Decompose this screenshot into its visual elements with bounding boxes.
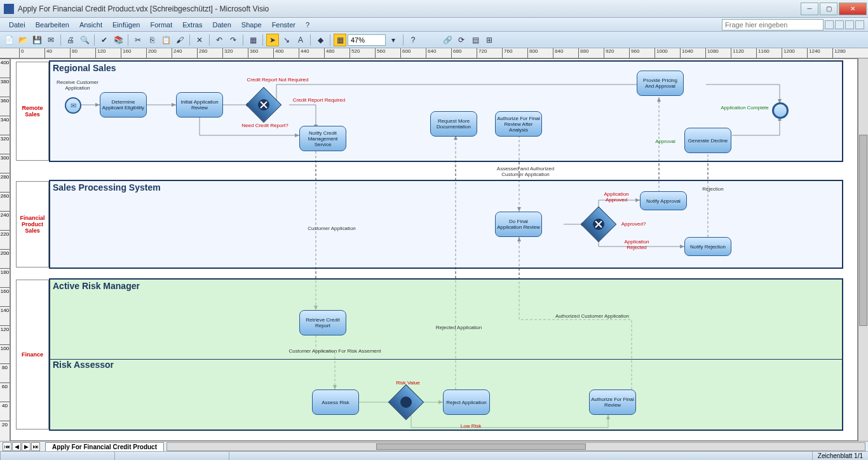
task-authorize-final[interactable]: Authorize For Final Review (589, 389, 636, 415)
lane-divider (50, 359, 842, 360)
cut-icon[interactable]: ✂ (132, 34, 144, 46)
task-notify-approval[interactable]: Notify Approval (640, 191, 687, 210)
pointer-tool-icon[interactable]: ➤ (266, 34, 279, 46)
doc-close-button[interactable] (855, 20, 864, 29)
ruler-tick: 800 (527, 48, 538, 58)
ruler-tick: 240 (0, 211, 10, 218)
menu-einfuegen[interactable]: Einfügen (107, 20, 145, 30)
status-page: Zeichenblatt 1/1 (812, 452, 868, 460)
menu-format[interactable]: Format (145, 20, 177, 30)
doc-restore-button[interactable] (845, 20, 854, 29)
delete-icon[interactable]: ✕ (193, 34, 206, 46)
tab-nav: ⏮ ◀ ▶ ⏭ (0, 442, 43, 451)
help-search-input[interactable] (722, 19, 824, 30)
scrollbar-thumb[interactable] (859, 135, 867, 326)
label-credit-required: Credit Report Required (281, 97, 357, 103)
fill-icon[interactable]: ◆ (314, 34, 327, 46)
tab-first-icon[interactable]: ⏮ (3, 442, 11, 451)
mail-icon[interactable]: ✉ (44, 34, 57, 46)
menu-ansicht[interactable]: Ansicht (74, 20, 107, 30)
label-customer-app: Customer Application (297, 226, 367, 231)
separator (262, 34, 263, 46)
task-provide-pricing[interactable]: Provide Pricing And Approval (637, 71, 684, 96)
shapes-icon[interactable]: ▦ (247, 34, 259, 46)
label-auth-customer-app: Authorized Customer Application (545, 313, 640, 319)
ruler-tick: 140 (0, 306, 10, 313)
doc-minimize-button[interactable] (835, 20, 844, 29)
task-retrieve-credit[interactable]: Retrieve Credit Report (299, 310, 346, 335)
insert-icon[interactable]: ⊞ (483, 34, 496, 46)
toolbar: 📄 📂 💾 ✉ 🖨 🔍 ✔ 📚 ✂ ⎘ 📋 🖌 ✕ ↶ ↷ ▦ ➤ ↘ A ◆ … (0, 32, 868, 48)
scrollbar-thumb[interactable] (376, 443, 585, 450)
label-need-credit: Need Credit Report? (233, 123, 297, 128)
paste-icon[interactable]: 📋 (159, 34, 172, 46)
ruler-tick: 100 (0, 344, 10, 351)
task-generate-decline[interactable]: Generate Decline (684, 128, 731, 153)
save-icon[interactable]: 💾 (31, 34, 43, 46)
pool-label-financial-sales: Financial Product Sales (16, 181, 49, 267)
menu-fenster[interactable]: Fenster (267, 20, 301, 30)
task-determine-eligibility[interactable]: Determine Applicant Eligibility (100, 92, 147, 118)
label-risk-value: Risk Value (389, 380, 427, 386)
title-text: Apply For Financial Credit Product.vdx [… (18, 4, 799, 13)
ruler-tick: 320 (0, 135, 10, 142)
ruler-tick: 120 (95, 48, 105, 58)
menu-help[interactable]: ? (301, 20, 315, 30)
undo-icon[interactable]: ↶ (213, 34, 226, 46)
help-dropdown-button[interactable] (825, 20, 834, 29)
redo-icon[interactable]: ↷ (227, 34, 240, 46)
status-cell (0, 452, 114, 460)
zoom-dropdown-icon[interactable]: ▾ (387, 34, 400, 46)
data-link-icon[interactable]: 🔗 (441, 34, 454, 46)
menubar: Datei Bearbeiten Ansicht Einfügen Format… (0, 18, 868, 32)
menu-datei[interactable]: Datei (4, 20, 31, 30)
task-do-final-review[interactable]: Do Final Application Review (495, 212, 542, 237)
menu-bearbeiten[interactable]: Bearbeiten (31, 20, 74, 30)
connector-tool-icon[interactable]: ↘ (280, 34, 293, 46)
ruler-tick: 80 (0, 363, 10, 370)
task-reject-app[interactable]: Reject Application (443, 389, 490, 415)
format-painter-icon[interactable]: 🖌 (173, 34, 186, 46)
label-low-risk: Low Risk (452, 423, 490, 429)
label-approval: Approval (649, 139, 681, 144)
tab-next-icon[interactable]: ▶ (22, 442, 31, 451)
start-event[interactable]: ✉ (65, 97, 81, 114)
task-notify-credit-service[interactable]: Notify Credit Management Service (299, 126, 346, 151)
ruler-tick: 400 (0, 58, 10, 65)
new-icon[interactable]: 📄 (3, 34, 15, 46)
print-icon[interactable]: 🖨 (64, 34, 77, 46)
sheet-tab[interactable]: Apply For Financial Credit Product (45, 442, 164, 451)
menu-extras[interactable]: Extras (177, 20, 207, 30)
task-notify-rejection[interactable]: Notify Rejection (684, 237, 731, 256)
task-authorize-final-review[interactable]: Authorize For Final Review After Analysi… (495, 111, 542, 137)
text-tool-icon[interactable]: A (294, 34, 307, 46)
zoom-input[interactable] (348, 34, 386, 46)
scrollbar-horizontal[interactable] (166, 442, 865, 451)
task-request-docs[interactable]: Request More Documentation (430, 111, 477, 137)
maximize-button[interactable]: ▢ (820, 3, 837, 15)
spellcheck-icon[interactable]: ✔ (98, 34, 111, 46)
close-button[interactable]: ✕ (839, 3, 867, 15)
align-icon[interactable]: ▦ (334, 34, 346, 46)
tab-prev-icon[interactable]: ◀ (12, 442, 21, 451)
ruler-tick: 920 (604, 48, 614, 58)
menu-shape[interactable]: Shape (236, 20, 267, 30)
minimize-button[interactable]: ─ (801, 3, 818, 15)
data-graphic-icon[interactable]: ▤ (469, 34, 482, 46)
help-icon[interactable]: ? (407, 34, 419, 46)
research-icon[interactable]: 📚 (112, 34, 125, 46)
scrollbar-vertical[interactable] (858, 58, 868, 441)
ruler-tick: 1040 (680, 48, 693, 58)
task-assess-risk[interactable]: Assess Risk (312, 389, 359, 415)
lane-title-sales-processing: Sales Processing System (53, 182, 161, 193)
data-refresh-icon[interactable]: ⟳ (455, 34, 468, 46)
open-icon[interactable]: 📂 (17, 34, 29, 46)
ruler-tick: 1280 (832, 48, 846, 58)
tab-last-icon[interactable]: ⏭ (31, 442, 40, 451)
canvas[interactable]: Remote Sales Regional Sales ✉ Receive Cu… (10, 58, 858, 441)
label-rejected-app: Rejected Application (427, 325, 491, 330)
menu-daten[interactable]: Daten (207, 20, 236, 30)
preview-icon[interactable]: 🔍 (78, 34, 91, 46)
task-initial-review[interactable]: Initial Application Review (176, 92, 223, 118)
copy-icon[interactable]: ⎘ (146, 34, 158, 46)
